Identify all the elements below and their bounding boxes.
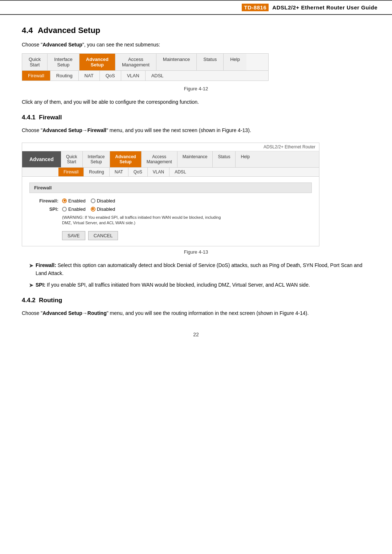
nav-access-management[interactable]: AccessManagement: [115, 54, 156, 70]
spi-enabled-radio[interactable]: [62, 207, 67, 212]
spi-enabled-label: Enabled: [68, 206, 86, 212]
rui-nav-maintenance[interactable]: Maintenance: [177, 151, 213, 167]
rui-nav-quick-start[interactable]: QuickStart: [61, 151, 83, 167]
nav-vlan[interactable]: VLAN: [121, 71, 146, 81]
intro-text: Choose "Advanced Setup", you can see the…: [22, 42, 370, 48]
rui-sub-routing[interactable]: Routing: [84, 168, 109, 176]
subsection-441-title: 4.4.1 Firewall: [22, 114, 370, 121]
feature-bullets: ➤ Firewall: Select this option can autom…: [22, 261, 370, 290]
model-badge: TD-8816: [242, 4, 269, 11]
rui-nav-advanced-setup[interactable]: AdvancedSetup: [110, 151, 141, 167]
subsection-442-intro: Choose "Advanced Setup→Routing" menu, an…: [22, 309, 370, 317]
bullet-firewall-text: Firewall: Select this option can automat…: [36, 261, 370, 278]
spi-enabled-option[interactable]: Enabled: [62, 206, 86, 212]
router-ui-figure-13: ADSL2/2+ Ethernet Router Advanced QuickS…: [22, 143, 319, 246]
nav-firewall[interactable]: Firewall: [22, 71, 50, 81]
nav-maintenance[interactable]: Maintenance: [156, 54, 197, 70]
firewall-disabled-radio[interactable]: [91, 198, 95, 203]
subsection-441-intro: Choose "Advanced Setup→Firewall" menu, a…: [22, 126, 370, 134]
intro-bold: Advanced Setup: [42, 42, 82, 48]
rui-sub-qos[interactable]: QoS: [128, 168, 148, 176]
nav-routing[interactable]: Routing: [50, 71, 79, 81]
router-ui-content: Firewall Firewall: Enabled Disabled: [22, 177, 319, 246]
page-number: 22: [22, 332, 370, 337]
bullet-arrow-2: ➤: [29, 281, 33, 289]
nav-bottom-bar: Firewall Routing NAT QoS VLAN ADSL: [22, 71, 268, 81]
spi-label: SPI:: [29, 206, 58, 212]
firewall-form-row: Firewall: Enabled Disabled: [29, 198, 312, 204]
bullet-spi-text: SPI: If you enable SPI, all traffics ini…: [36, 281, 310, 289]
router-ui-header: ADSL2/2+ Ethernet Router: [22, 143, 319, 151]
nav-advanced-setup[interactable]: AdvancedSetup: [79, 54, 115, 70]
subsection-442-title: 4.4.2 Routing: [22, 297, 370, 304]
rui-nav-access-management[interactable]: AccessManagement: [142, 151, 177, 167]
section-title: 4.4 Advanced Setup: [22, 26, 370, 35]
nav-quick-start[interactable]: QuickStart: [22, 54, 48, 70]
rui-nav-help[interactable]: Help: [236, 151, 255, 167]
router-ui-nav-items: QuickStart InterfaceSetup AdvancedSetup …: [61, 151, 319, 167]
advanced-setup-link: Advanced Setup→Firewall: [42, 127, 106, 133]
header-text: ADSL2/2+ Ethernet Router User Guide: [272, 4, 377, 11]
rui-sub-adsl[interactable]: ADSL: [170, 168, 191, 176]
cancel-button[interactable]: CANCEL: [88, 231, 118, 240]
firewall-enabled-radio[interactable]: [62, 198, 67, 203]
nav-status[interactable]: Status: [197, 54, 224, 70]
nav-qos[interactable]: QoS: [100, 71, 121, 81]
bullet-firewall: ➤ Firewall: Select this option can autom…: [29, 261, 370, 278]
spi-form-row: SPI: Enabled Disabled: [29, 206, 312, 212]
spi-radio-group: Enabled Disabled: [62, 206, 115, 212]
bullet-arrow-1: ➤: [29, 262, 33, 278]
nav-adsl[interactable]: ADSL: [146, 71, 170, 81]
nav-figure-12: QuickStart InterfaceSetup AdvancedSetup …: [22, 53, 269, 81]
nav-interface-setup[interactable]: InterfaceSetup: [48, 54, 79, 70]
spi-disabled-radio[interactable]: [91, 207, 95, 212]
firewall-label: Firewall:: [29, 198, 58, 204]
firewall-enabled-label: Enabled: [68, 198, 86, 204]
rui-sub-vlan[interactable]: VLAN: [148, 168, 170, 176]
spi-warning: (WARNING: If You enabled SPI, all traffi…: [62, 215, 312, 226]
rui-sub-nat[interactable]: NAT: [110, 168, 128, 176]
firewall-disabled-option[interactable]: Disabled: [91, 198, 115, 204]
firewall-enabled-option[interactable]: Enabled: [62, 198, 86, 204]
rui-nav-status[interactable]: Status: [213, 151, 236, 167]
router-ui-nav-left-label: Advanced: [22, 151, 61, 167]
figure-13-caption: Figure 4-13: [22, 249, 370, 255]
nav-help[interactable]: Help: [224, 54, 246, 70]
router-ui-nav-top: Advanced QuickStart InterfaceSetup Advan…: [22, 151, 319, 168]
spi-disabled-label: Disabled: [97, 206, 115, 212]
figure-12-caption: Figure 4-12: [22, 86, 370, 91]
spi-disabled-option[interactable]: Disabled: [91, 206, 115, 212]
save-button[interactable]: SAVE: [62, 231, 85, 240]
firewall-panel-title: Firewall: [29, 182, 312, 193]
bullet-spi: ➤ SPI: If you enable SPI, all traffics i…: [29, 281, 370, 289]
router-ui-sub-nav: Firewall Routing NAT QoS VLAN ADSL: [22, 168, 319, 177]
nav-top-bar: QuickStart InterfaceSetup AdvancedSetup …: [22, 54, 268, 71]
page-header: TD-8816 ADSL2/2+ Ethernet Router User Gu…: [0, 0, 392, 15]
firewall-radio-group: Enabled Disabled: [62, 198, 115, 204]
rui-nav-interface-setup[interactable]: InterfaceSetup: [83, 151, 110, 167]
rui-sub-firewall[interactable]: Firewall: [58, 168, 84, 176]
form-buttons: SAVE CANCEL: [62, 231, 312, 240]
nav-nat[interactable]: NAT: [79, 71, 100, 81]
firewall-disabled-label: Disabled: [97, 198, 115, 204]
header-title: TD-8816 ADSL2/2+ Ethernet Router User Gu…: [242, 4, 377, 11]
routing-link: Advanced Setup→Routing: [42, 310, 107, 316]
click-text: Click any of them, and you will be able …: [22, 98, 370, 106]
